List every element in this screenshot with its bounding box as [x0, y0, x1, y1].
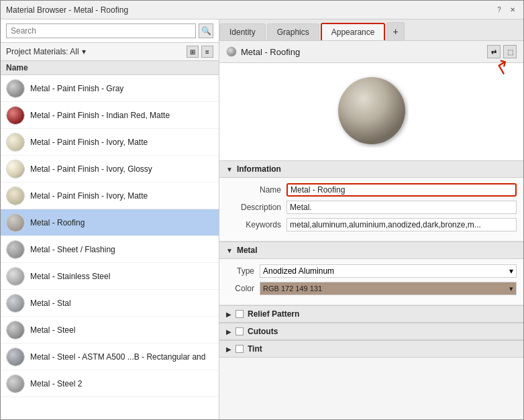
relief-pattern-checkbox[interactable] [235, 310, 244, 318]
tint-section[interactable]: ▶ Tint [219, 340, 523, 358]
search-button[interactable]: 🔍 [199, 23, 213, 38]
tab-add[interactable]: + [386, 22, 404, 40]
sphere-preview [7, 80, 24, 97]
description-label: Description [226, 203, 286, 212]
description-row: Description Metal. [226, 201, 517, 214]
sphere-preview-svg [335, 74, 409, 148]
sphere-preview [7, 107, 24, 124]
type-select[interactable]: Anodized Aluminum ▾ [260, 264, 517, 278]
sphere-preview [7, 214, 24, 231]
information-grid: Name Metal - Roofing Description Metal. … [219, 178, 523, 242]
material-thumbnail [6, 374, 25, 393]
material-thumbnail [6, 294, 25, 313]
list-item[interactable]: Metal - Steel 2 [1, 370, 219, 397]
relief-pattern-section[interactable]: ▶ Relief Pattern [219, 305, 523, 323]
search-bar: 🔍 [1, 19, 219, 43]
information-section: ▼ Information Name Metal - Roofing Descr… [219, 160, 523, 242]
title-bar: Material Browser - Metal - Roofing ? ✕ [1, 1, 523, 19]
description-value[interactable]: Metal. [286, 201, 517, 214]
preview-sphere [335, 74, 409, 150]
view-list-button[interactable]: ≡ [201, 46, 213, 58]
filter-icons: ⊞ ≡ [187, 46, 213, 58]
keywords-value[interactable]: metal,aluminum,aluminium,anodized,dark,b… [286, 218, 517, 231]
preview-sphere-container [219, 63, 523, 160]
sphere-preview [7, 241, 24, 258]
material-thumbnail [6, 79, 25, 98]
name-row: Name Metal - Roofing [226, 183, 517, 197]
color-label: Color [226, 284, 260, 293]
material-header-title: Metal - Roofing [241, 47, 300, 57]
close-button[interactable]: ✕ [507, 5, 518, 15]
material-name: Metal - Paint Finish - Ivory, Matte [30, 138, 148, 147]
material-name: Metal - Stainless Steel [30, 272, 110, 281]
material-thumbnail [6, 348, 25, 366]
type-label: Type [226, 266, 260, 276]
list-item[interactable]: Metal - Stal [1, 290, 219, 317]
list-item[interactable]: Metal - Paint Finish - Gray [1, 75, 219, 102]
search-input[interactable] [6, 23, 196, 38]
color-dropdown-icon: ▾ [509, 284, 513, 293]
information-section-header[interactable]: ▼ Information [219, 160, 523, 178]
material-name: Metal - Paint Finish - Ivory, Glossy [30, 164, 152, 174]
cutouts-checkbox[interactable] [235, 327, 244, 335]
color-swatch[interactable]: RGB 172 149 131 ▾ [260, 282, 517, 295]
tab-appearance[interactable]: Appearance [321, 23, 386, 40]
right-content: Metal - Roofing ⇄ ⬚ [219, 41, 523, 419]
list-item[interactable]: Metal - Steel - ASTM A500 ...B - Rectang… [1, 344, 219, 370]
content-area: 🔍 Project Materials: All ▾ ⊞ ≡ Name Meta… [1, 19, 523, 419]
view-grid-button[interactable]: ⊞ [187, 46, 199, 58]
material-thumbnail [6, 213, 25, 232]
type-dropdown-icon: ▾ [509, 266, 513, 276]
window-title: Material Browser - Metal - Roofing [6, 5, 128, 15]
sphere-preview [7, 268, 24, 285]
cutouts-section[interactable]: ▶ Cutouts [219, 323, 523, 340]
name-label: Name [226, 185, 286, 195]
list-item[interactable]: Metal - Paint Finish - Indian Red, Matte [1, 102, 219, 129]
tint-checkbox[interactable] [235, 345, 244, 353]
sphere-preview [7, 160, 24, 178]
filter-label[interactable]: Project Materials: All ▾ [6, 47, 86, 56]
duplicate-asset-button[interactable]: ⬚ [503, 45, 517, 58]
list-item[interactable]: Metal - Paint Finish - Ivory, Matte [1, 129, 219, 156]
list-item[interactable]: Metal - Steel [1, 317, 219, 344]
material-thumbnail [6, 133, 25, 152]
list-item[interactable]: Metal - Stainless Steel [1, 263, 219, 290]
name-value[interactable]: Metal - Roofing [286, 183, 517, 197]
filter-dropdown-icon: ▾ [82, 47, 86, 56]
right-panel: Identity Graphics Appearance + [219, 19, 523, 419]
material-name: Metal - Sheet / Flashing [30, 245, 115, 254]
material-name: Metal - Paint Finish - Indian Red, Matte [30, 111, 170, 120]
information-section-title: Information [237, 164, 281, 174]
svg-point-0 [227, 47, 236, 56]
material-small-icon [226, 46, 237, 57]
material-thumbnail [6, 267, 25, 286]
material-thumbnail [6, 187, 25, 205]
cutouts-collapse-icon: ▶ [226, 328, 231, 335]
replace-asset-button[interactable]: ⇄ [487, 45, 501, 58]
sphere-preview [7, 187, 24, 205]
material-header-left: Metal - Roofing [226, 46, 300, 57]
filter-text: Project Materials: All [6, 47, 79, 56]
material-thumbnail [6, 240, 25, 259]
metal-section-header[interactable]: ▼ Metal [219, 242, 523, 259]
material-name: Metal - Steel [30, 325, 75, 335]
tint-title: Tint [248, 344, 262, 354]
sphere-preview [7, 321, 24, 339]
tab-identity[interactable]: Identity [219, 23, 266, 40]
list-item[interactable]: Metal - Paint Finish - Ivory, Matte [1, 182, 219, 209]
metal-section: ▼ Metal Type Anodized Aluminum ▾ Colo [219, 242, 523, 305]
keywords-row: Keywords metal,aluminum,aluminium,anodiz… [226, 218, 517, 231]
material-name: Metal - Paint Finish - Ivory, Matte [30, 191, 148, 201]
material-thumbnail [6, 160, 25, 178]
keywords-label: Keywords [226, 220, 286, 229]
list-item[interactable]: Metal - Paint Finish - Ivory, Glossy [1, 156, 219, 182]
list-item[interactable]: Metal - Roofing [1, 209, 219, 236]
svg-point-1 [338, 77, 405, 144]
metal-collapse-icon: ▼ [226, 247, 233, 254]
color-value: RGB 172 149 131 [263, 284, 322, 293]
title-bar-controls: ? ✕ [494, 5, 518, 15]
tab-graphics[interactable]: Graphics [267, 23, 319, 40]
material-name: Metal - Steel - ASTM A500 ...B - Rectang… [30, 352, 205, 362]
help-button[interactable]: ? [494, 5, 505, 15]
list-item[interactable]: Metal - Sheet / Flashing [1, 236, 219, 263]
